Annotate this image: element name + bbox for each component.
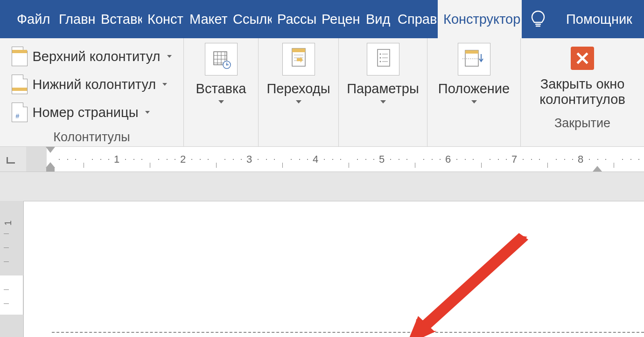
transitions-icon — [282, 43, 315, 76]
position-label: Положение — [438, 81, 510, 96]
header-button[interactable]: Верхний колонтитул — [11, 44, 172, 69]
tab-label: Конструктор — [147, 12, 184, 27]
chevron-down-icon — [167, 55, 172, 58]
lightbulb-icon — [530, 10, 546, 28]
tab-label: Вставка — [101, 12, 142, 27]
tab-label: Вид — [366, 12, 390, 27]
page-number-label: Номер страницы — [32, 105, 138, 120]
svg-point-17 — [379, 54, 381, 55]
footer-button[interactable]: Нижний колонтитул — [11, 72, 168, 97]
ruler-number: 2 — [180, 153, 186, 165]
svg-point-19 — [379, 57, 381, 59]
group-close: Закрыть окно колонтитулов Закрытие — [521, 38, 644, 146]
group-position[interactable]: Положение — [427, 38, 521, 146]
group-label: Закрытие — [554, 114, 610, 131]
tab-layout[interactable]: Макет — [184, 0, 227, 38]
tab-home[interactable]: Главная — [53, 0, 95, 38]
hanging-indent-icon[interactable] — [46, 162, 55, 172]
insert-label: Вставка — [196, 81, 246, 96]
tell-me-icon[interactable] — [522, 10, 554, 28]
tab-label: Рецензирование — [322, 12, 360, 27]
ruler-number: 1 — [114, 153, 119, 165]
vertical-ruler[interactable]: 1 — [0, 201, 23, 337]
tab-tell-me[interactable]: Помощник — [554, 0, 644, 38]
chevron-down-icon — [380, 100, 386, 103]
tab-bar: Файл Главная Вставка Конструктор Макет С… — [0, 0, 644, 38]
header-boundary — [52, 332, 644, 333]
group-label: Колонтитулы — [53, 128, 130, 145]
footer-label: Нижний колонтитул — [32, 77, 156, 92]
tab-label: Помощник — [566, 12, 632, 27]
tab-stop-icon — [7, 157, 15, 164]
parameters-label: Параметры — [347, 81, 419, 96]
tab-file[interactable]: Файл — [0, 0, 53, 38]
svg-rect-12 — [292, 48, 305, 52]
ruler-number: 5 — [379, 153, 385, 165]
svg-rect-24 — [465, 50, 478, 54]
close-icon — [575, 51, 589, 65]
page[interactable] — [23, 201, 644, 337]
right-indent-icon[interactable] — [593, 166, 602, 172]
tab-help[interactable]: Справка — [392, 0, 438, 38]
close-header-footer-button[interactable] — [571, 47, 594, 70]
tab-view[interactable]: Вид — [360, 0, 392, 38]
insert-icon — [205, 43, 238, 76]
tab-label: Ссылки — [233, 12, 272, 27]
close-label: Закрыть окно колонтитулов — [528, 76, 637, 108]
ruler-number: 6 — [445, 153, 451, 165]
chevron-down-icon — [145, 111, 150, 114]
parameters-icon — [367, 43, 399, 76]
header-label: Верхний колонтитул — [32, 49, 160, 64]
page-number-button[interactable]: # Номер страницы — [11, 100, 150, 125]
page-number-icon: # — [12, 103, 28, 122]
svg-point-21 — [379, 61, 381, 62]
tab-mailings[interactable]: Рассылки — [272, 0, 316, 38]
tab-label: Файл — [17, 12, 50, 27]
group-headers-footers: Верхний колонтитул Нижний колонтитул # Н… — [0, 38, 184, 146]
tab-label: Главная — [59, 12, 95, 27]
first-line-indent-icon[interactable] — [46, 147, 55, 153]
tab-references[interactable]: Ссылки — [227, 0, 272, 38]
tab-label: Макет — [189, 12, 227, 27]
position-icon — [458, 43, 490, 76]
ribbon: Верхний колонтитул Нижний колонтитул # Н… — [0, 38, 644, 147]
ruler-number: 7 — [511, 153, 517, 165]
tab-label: Рассылки — [277, 12, 316, 27]
tab-insert[interactable]: Вставка — [95, 0, 142, 38]
tab-review[interactable]: Рецензирование — [316, 0, 360, 38]
ruler-number: 4 — [313, 153, 318, 165]
chevron-down-icon — [162, 83, 167, 86]
tab-label: Конструктор — [443, 12, 520, 27]
document-area: 1 — [0, 172, 644, 337]
tab-label: Справка — [398, 12, 438, 27]
header-icon — [12, 47, 28, 66]
tab-design[interactable]: Конструктор — [142, 0, 184, 38]
tab-header-footer-design[interactable]: Конструктор — [438, 0, 522, 38]
chevron-down-icon — [471, 100, 477, 103]
ruler-number: 3 — [246, 153, 252, 165]
transitions-label: Переходы — [266, 81, 330, 96]
horizontal-ruler[interactable]: 12345678 — [0, 147, 644, 172]
group-insert[interactable]: Вставка — [184, 38, 259, 146]
chevron-down-icon — [296, 100, 301, 103]
footer-icon — [12, 75, 28, 94]
group-parameters[interactable]: Параметры — [339, 38, 427, 146]
ruler-number: 1 — [3, 220, 14, 226]
group-transitions[interactable]: Переходы — [259, 38, 339, 146]
ruler-number: 8 — [578, 153, 583, 165]
chevron-down-icon — [218, 100, 224, 103]
